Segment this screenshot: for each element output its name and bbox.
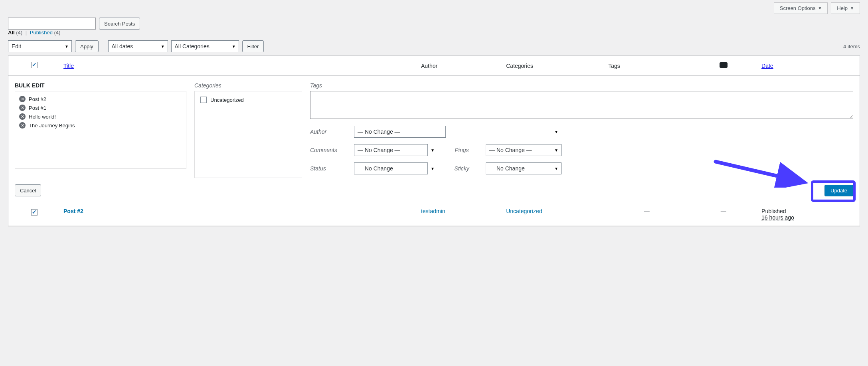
bulk-post-item: ✕ Post #1 [19, 103, 182, 112]
column-author: Author [417, 56, 502, 76]
comments-icon [720, 62, 728, 68]
search-input[interactable] [8, 18, 96, 30]
search-posts-button[interactable]: Search Posts [99, 18, 140, 30]
date-filter-select[interactable]: All dates [108, 40, 168, 52]
cancel-button[interactable]: Cancel [15, 184, 41, 196]
screen-options-label: Screen Options [780, 5, 816, 11]
category-filter-select[interactable]: All Categories [171, 40, 239, 52]
status-label: Status [310, 165, 346, 172]
bulk-post-title: Hello world! [29, 114, 56, 120]
category-option[interactable]: Uncategorized [199, 95, 298, 104]
row-checkbox[interactable] [31, 209, 38, 216]
remove-icon[interactable]: ✕ [19, 122, 26, 129]
post-date-relative: 16 hours ago [761, 214, 856, 221]
column-date[interactable]: Date [761, 63, 773, 69]
status-filter-links: All (4) | Published (4) [8, 30, 860, 36]
bulk-action-select[interactable]: Edit [8, 40, 72, 52]
bulk-post-item: ✕ Hello world! [19, 112, 182, 121]
update-button[interactable]: Update [825, 185, 853, 196]
help-label: Help [837, 5, 848, 11]
status-select[interactable]: — No Change — [354, 162, 428, 174]
post-date-status: Published [761, 208, 856, 214]
bulk-post-title: The Journey Begins [29, 123, 75, 129]
bulk-post-item: ✕ The Journey Begins [19, 121, 182, 130]
items-count: 4 items [843, 44, 860, 49]
pings-label: Pings [446, 147, 478, 153]
filter-button[interactable]: Filter [242, 40, 264, 52]
filter-published[interactable]: Published (4) [30, 30, 61, 36]
help-button[interactable]: Help ▼ [831, 2, 860, 14]
sticky-select[interactable]: — No Change — [486, 162, 562, 174]
bulk-post-title: Post #2 [29, 96, 46, 102]
post-tags: — [604, 203, 689, 226]
apply-button[interactable]: Apply [75, 40, 99, 52]
comments-label: Comments [310, 147, 346, 153]
remove-icon[interactable]: ✕ [19, 113, 26, 120]
bulk-post-item: ✕ Post #2 [19, 95, 182, 103]
column-title[interactable]: Title [63, 63, 74, 69]
bulk-categories-label: Categories [194, 82, 302, 89]
sticky-label: Sticky [446, 165, 478, 172]
remove-icon[interactable]: ✕ [19, 105, 26, 111]
pings-select[interactable]: — No Change — [486, 144, 562, 156]
bulk-post-title: Post #1 [29, 105, 46, 111]
category-name: Uncategorized [210, 97, 244, 103]
select-all-checkbox[interactable] [31, 62, 38, 68]
post-comment-count: — [689, 203, 757, 226]
bulk-edit-posts-list: ✕ Post #2 ✕ Post #1 ✕ Hello world! [15, 91, 186, 169]
comments-select[interactable]: — No Change — [354, 144, 428, 156]
chevron-down-icon: ▼ [818, 6, 822, 10]
column-tags: Tags [604, 56, 689, 76]
post-category-link[interactable]: Uncategorized [506, 208, 542, 214]
column-categories: Categories [502, 56, 604, 76]
chevron-down-icon: ▼ [850, 6, 854, 10]
bulk-tags-label: Tags [310, 82, 853, 89]
table-row: Post #2 testadmin Uncategorized — — Publ… [8, 203, 860, 226]
screen-options-button[interactable]: Screen Options ▼ [774, 2, 828, 14]
author-select[interactable]: — No Change — [354, 126, 446, 138]
post-author-link[interactable]: testadmin [421, 208, 445, 214]
bulk-tags-input[interactable] [310, 91, 853, 119]
bulk-categories-list: Uncategorized [194, 91, 302, 178]
category-checkbox[interactable] [200, 97, 207, 103]
post-title-link[interactable]: Post #2 [63, 208, 83, 214]
bulk-edit-heading: BULK EDIT [15, 82, 186, 89]
filter-all[interactable]: All (4) [8, 30, 22, 36]
remove-icon[interactable]: ✕ [19, 96, 26, 102]
author-label: Author [310, 129, 346, 135]
